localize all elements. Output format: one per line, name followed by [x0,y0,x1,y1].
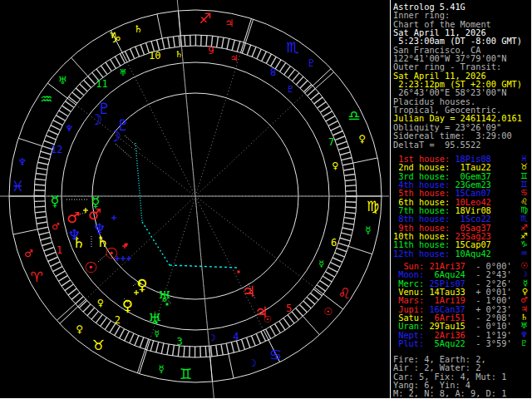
house-ruler-icon: ♃ [229,53,238,64]
house-ruler-icon: ♇ [286,84,294,95]
transit-planet-mercury: ☿ [51,192,60,209]
sign-glyph-taurus: ♉ [91,337,104,353]
sign-ruler-icon: ☉ [323,306,332,318]
house-number-9: 9 [208,45,214,57]
transit-planet-venus: ♀ [122,297,133,314]
sign-ruler-icon: ♇ [307,57,316,69]
house-number-11: 11 [96,78,107,90]
planet-row: Plut: 5Aqu22 - 3°59'♇ [393,339,530,347]
header-line-15: Sidereal time: 3:29:00 [393,131,530,140]
house-number-7: 7 [328,136,334,148]
house-ruler-icon: ♂ [52,221,60,232]
house-ruler-icon: ♀ [332,160,338,171]
house-number-10: 10 [149,50,160,62]
sign-glyph-cancer: ♋ [269,347,282,363]
sign-ruler-icon: ☽ [248,357,257,369]
inner-planet-uranus: ♅ [158,288,171,305]
info-panel: Astrolog 5.41GInner ring:Chart of the Mo… [390,0,532,399]
house-number-1: 1 [57,244,62,256]
transit-planet-neptune: ♆ [67,226,81,244]
sign-ruler-icon: ♂ [24,248,33,259]
house-ruler-icon: ☿ [154,328,160,339]
aspect-lines [135,143,238,268]
house-ruler-icon: ♆ [65,123,73,134]
sign-glyph-pisces: ♓ [12,178,24,195]
header-line-16-text: DeltaT = 95.5522 [393,140,480,149]
house-number-3: 3 [177,336,183,347]
sign-glyph-capricorn: ♑ [109,29,121,46]
sign-glyph-sagittarius: ♐ [199,10,211,27]
inner-planet-jupiter: ♃ [242,283,255,300]
house-number-2: 2 [115,314,121,326]
summary-line-4: M: 2, N: 8, A: 9, D: 1 [393,389,530,397]
inner-planet-pluto: ♇ [116,116,130,134]
sign-glyph-virgo: ♍ [367,198,379,214]
transit-planet-jupiter: ♃ [254,303,268,321]
marker-dot [126,244,128,246]
planet-label: Plut: [393,339,424,347]
sign-ruler-icon: ☿ [365,224,371,236]
house-ruler-icon: ☽ [208,332,216,343]
marker-dot [139,283,141,285]
sign-glyph-libra: ♎ [347,107,360,124]
sign-glyph-leo: ♌ [338,285,351,302]
marker-dot [238,271,240,273]
transit-planet-mars: ♂ [66,209,80,226]
sign-ruler-icon: ♆ [18,156,27,168]
sign-glyph-aries: ♈ [30,268,42,285]
house-label: 12th house: [393,249,450,258]
transit-planet-pluto: ♇ [97,100,111,117]
transit-planet-sun: ☉ [84,259,97,276]
planet-velocity: - 3°59' [466,339,512,347]
sign-glyph-gemini: ♊ [180,366,192,382]
inner-planet-glyphs: ☉☽☿♀♂♃♄♅♆♇ [88,116,255,305]
sign-ruler-icon: ☿ [158,363,164,375]
inner-planet-venus: ♀ [136,276,147,293]
house-number-12: 12 [51,144,62,155]
transit-planet-uranus: ♅ [148,310,161,328]
sign-ruler-icon: ♄ [134,23,143,35]
chart-wheel: ♈♂♉♀♊☿♋☽♌☉♍☿♎♀♏♇♐♃♑♄♒♅♓♆1♂2♀3☿4☽5☉6☿7♀8♇… [0,0,389,399]
marker-dot [155,322,158,324]
chart-info-header: Astrolog 5.41GInner ring:Chart of the Mo… [393,2,530,149]
house-number-5: 5 [286,303,292,314]
sign-glyph-scorpio: ♏ [286,39,298,56]
element-summary: Fire: 4, Earth: 2,Air : 2, Water: 2Car: … [393,355,530,398]
header-line-16: DeltaT = 95.5522 [393,140,530,149]
house-number-6: 6 [331,237,337,249]
planet-position-value: 5Aqu22 [424,339,466,347]
house-ruler-icon: ♄ [175,49,183,60]
house-cusp-table: 1st house: 18Pis08♓ 2nd house: 1Tau22♉ 3… [393,155,530,258]
house-ruler-icon: ♀ [97,298,104,308]
sign-ruler-icon: ♀ [76,323,83,335]
sign-ruler-icon: ♅ [58,75,67,86]
house-number-4: 4 [233,331,239,342]
sign-glyph-aquarius: ♒ [40,91,52,107]
house-number-8: 8 [270,66,276,78]
header-line-15-text: Sidereal time: 3:29:00 [393,131,512,140]
summary-line-4-text: M: 2, N: 8, A: 9, D: 1 [393,389,506,397]
degree-markers [83,208,240,324]
inner-planet-neptune: ♆ [92,220,106,238]
sign-ruler-icon: ♃ [225,17,234,29]
house-ruler-icon: ♅ [119,67,127,78]
marker-dot [166,303,169,306]
planet-table: Sun: 21Ari37 - 0°00'☉ Moon: 6Aqu24 - 2°4… [393,262,530,347]
astrolog-window: ♈♂♉♀♊☿♋☽♌☉♍☿♎♀♏♇♐♃♑♄♒♅♓♆1♂2♀3☿4☽5☉6☿7♀8♇… [0,0,532,399]
house-cusp-value: 10Aqu42 [450,249,491,258]
house-ruler-icon: ☿ [318,259,324,269]
planet-icon: ♇ [520,339,530,347]
house-row: 12th house: 10Aqu42♒ [393,249,530,258]
sign-ruler-icon: ♀ [358,133,366,145]
zodiac-sign-icon: ♒ [520,249,530,258]
